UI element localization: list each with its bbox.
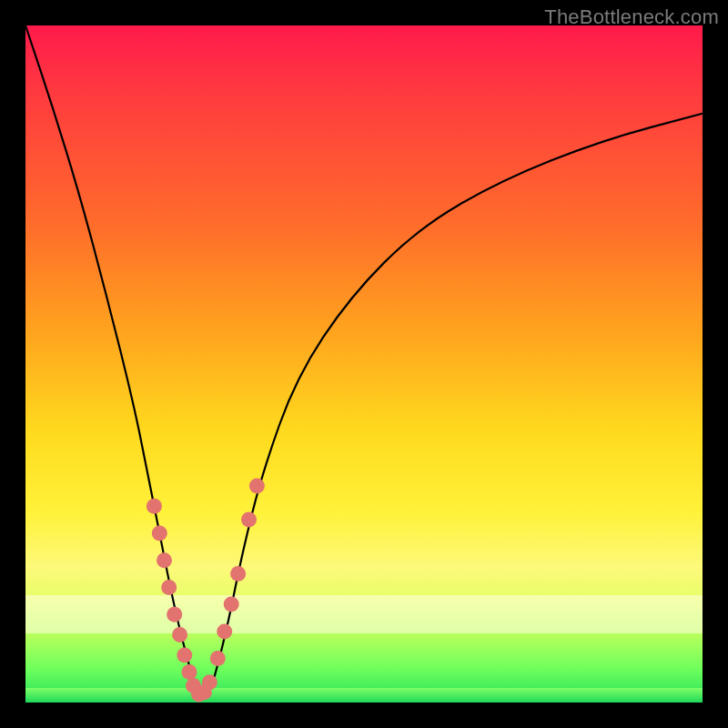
highlight-dot	[210, 651, 226, 666]
highlight-dot	[152, 526, 167, 541]
highlight-dots-group	[147, 478, 265, 702]
highlight-dot	[157, 552, 172, 568]
highlight-dot	[249, 478, 265, 493]
outer-frame: TheBottleneck.com	[0, 0, 728, 728]
highlight-dot	[224, 597, 239, 612]
highlight-dot	[172, 627, 187, 642]
highlight-dot	[161, 580, 177, 595]
bottleneck-curve	[25, 25, 703, 696]
highlight-dot	[167, 607, 182, 622]
highlight-dot	[177, 647, 192, 662]
watermark-text: TheBottleneck.com	[544, 5, 719, 29]
highlight-dot	[230, 566, 246, 581]
highlight-dot	[147, 499, 162, 514]
chart-svg	[25, 25, 703, 703]
highlight-dot	[202, 674, 217, 690]
highlight-dot	[241, 512, 257, 528]
highlight-dot	[182, 664, 197, 680]
highlight-dot	[217, 623, 232, 639]
